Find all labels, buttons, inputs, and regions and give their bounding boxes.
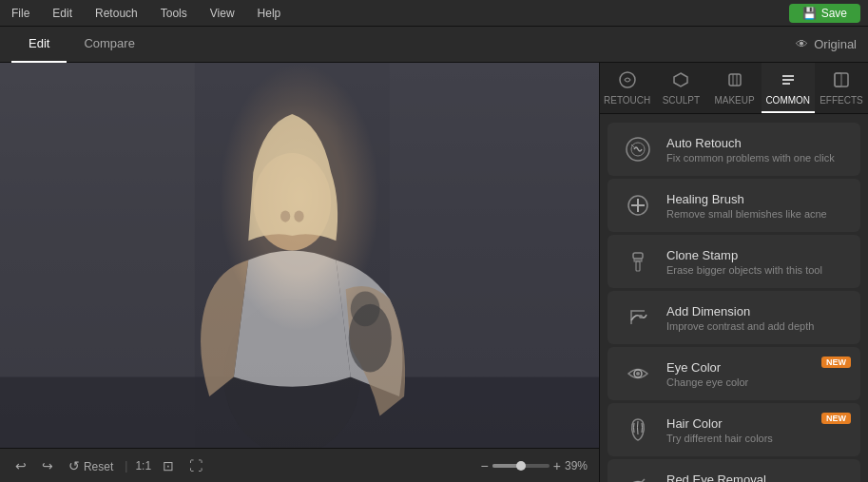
add-dimension-desc: Improve contrast and add depth (666, 320, 847, 332)
clone-stamp-text: Clone Stamp Erase bigger objects with th… (666, 248, 847, 276)
main-area: ↩ ↪ ↺ Reset | 1:1 ⊡ ⛶ − + 39% (0, 63, 868, 482)
eye-color-name: Eye Color (666, 360, 847, 375)
auto-retouch-name: Auto Retouch (666, 136, 847, 150)
tab-edit[interactable]: Edit (11, 27, 67, 63)
fullscreen-button[interactable]: ⛶ (185, 456, 206, 475)
auto-retouch-desc: Fix common problems with one click (666, 152, 847, 164)
eye-color-text: Eye Color Change eye color (666, 360, 847, 388)
sculpt-icon (671, 70, 690, 92)
tab-sculpt-label: SCULPT (663, 95, 700, 106)
auto-retouch-icon (621, 132, 655, 166)
svg-point-28 (639, 315, 643, 318)
healing-brush-icon (621, 188, 655, 222)
auto-retouch-text: Auto Retouch Fix common problems with on… (666, 136, 847, 164)
healing-brush-text: Healing Brush Remove small blemishes lik… (666, 192, 847, 220)
svg-point-7 (351, 291, 380, 326)
effects-icon (832, 70, 851, 92)
tab-effects-label: EFFECTS (820, 95, 863, 106)
red-eye-text: Red Eye Removal Get rid of red eye effec… (666, 472, 847, 483)
tab-makeup[interactable]: MAKEUP (707, 63, 761, 113)
right-panel: RETOUCH SCULPT MAKEUP COMMON (599, 63, 868, 482)
svg-rect-12 (729, 74, 741, 86)
menu-view[interactable]: View (206, 5, 239, 22)
reset-button[interactable]: ↺ Reset (65, 456, 117, 475)
tab-retouch-label: RETOUCH (604, 95, 650, 106)
eye-color-new-badge: NEW (821, 357, 851, 368)
zoom-controls: − + 39% (481, 458, 588, 473)
hair-color-desc: Try different hair colors (666, 433, 847, 444)
add-dimension-text: Add Dimension Improve contrast and add d… (666, 304, 847, 332)
menu-help[interactable]: Help (254, 5, 285, 22)
zoom-in-button[interactable]: + (553, 458, 561, 473)
tab-common-label: COMMON (765, 95, 810, 106)
svg-rect-27 (636, 261, 640, 271)
menu-tools[interactable]: Tools (157, 5, 191, 22)
svg-point-9 (280, 210, 290, 222)
zoom-ratio: 1:1 (135, 459, 151, 472)
original-button[interactable]: 👁 Original (796, 37, 857, 51)
svg-rect-25 (633, 253, 643, 259)
tab-makeup-label: MAKEUP (714, 95, 754, 106)
add-dimension-icon (621, 300, 655, 335)
tool-list: Auto Retouch Fix common problems with on… (600, 114, 868, 482)
tool-hair-color[interactable]: Hair Color Try different hair colors NEW (608, 403, 860, 456)
tool-add-dimension[interactable]: Add Dimension Improve contrast and add d… (608, 291, 860, 344)
clone-stamp-name: Clone Stamp (666, 248, 847, 262)
crop-button[interactable]: ⊡ (159, 456, 178, 475)
eye-icon: 👁 (796, 37, 808, 51)
canvas-bottom-bar: ↩ ↪ ↺ Reset | 1:1 ⊡ ⛶ − + 39% (0, 448, 599, 482)
tab-common[interactable]: COMMON (762, 63, 815, 113)
hair-color-icon (621, 413, 655, 447)
makeup-icon (725, 70, 744, 92)
eye-color-icon (621, 357, 655, 391)
menu-edit[interactable]: Edit (48, 5, 76, 22)
tool-healing-brush[interactable]: Healing Brush Remove small blemishes lik… (608, 179, 860, 232)
save-icon: 💾 (802, 7, 817, 20)
canvas-area: ↩ ↪ ↺ Reset | 1:1 ⊡ ⛶ − + 39% (0, 63, 599, 482)
healing-brush-name: Healing Brush (666, 192, 847, 206)
svg-point-10 (620, 72, 635, 87)
svg-point-30 (636, 372, 640, 376)
tool-eye-color[interactable]: Eye Color Change eye color NEW (608, 347, 860, 400)
hair-color-new-badge: NEW (821, 413, 851, 424)
clone-stamp-desc: Erase bigger objects with this tool (666, 264, 847, 276)
zoom-percent: 39% (565, 459, 588, 472)
zoom-slider[interactable] (492, 464, 550, 468)
red-eye-name: Red Eye Removal (666, 472, 847, 483)
svg-rect-19 (835, 73, 841, 87)
separator: | (125, 459, 127, 472)
svg-point-8 (294, 210, 303, 222)
tab-retouch[interactable]: RETOUCH (600, 63, 654, 113)
hair-color-text: Hair Color Try different hair colors (666, 416, 847, 444)
common-icon (779, 70, 798, 92)
tab-compare[interactable]: Compare (67, 27, 151, 63)
healing-brush-desc: Remove small blemishes like acne (666, 208, 847, 220)
undo-button[interactable]: ↩ (11, 456, 30, 475)
menu-file[interactable]: File (8, 5, 33, 22)
hair-color-name: Hair Color (666, 416, 847, 431)
menu-bar: File Edit Retouch Tools View Help 💾 Save (0, 0, 868, 27)
zoom-out-button[interactable]: − (481, 458, 489, 473)
save-button[interactable]: 💾 Save (789, 4, 860, 23)
canvas-image[interactable] (0, 63, 599, 448)
tab-effects[interactable]: EFFECTS (815, 63, 868, 113)
svg-marker-11 (674, 73, 687, 87)
eye-color-desc: Change eye color (666, 376, 847, 388)
reset-icon: ↺ (68, 458, 80, 473)
tool-auto-retouch[interactable]: Auto Retouch Fix common problems with on… (608, 123, 860, 176)
tool-red-eye[interactable]: Red Eye Removal Get rid of red eye effec… (608, 459, 860, 482)
tab-sculpt[interactable]: SCULPT (654, 63, 707, 113)
red-eye-icon (621, 469, 655, 482)
menu-retouch[interactable]: Retouch (91, 5, 142, 22)
tool-clone-stamp[interactable]: Clone Stamp Erase bigger objects with th… (608, 235, 860, 288)
retouch-icon (618, 70, 637, 92)
redo-button[interactable]: ↪ (38, 456, 57, 475)
add-dimension-name: Add Dimension (666, 304, 847, 318)
tool-tabs: RETOUCH SCULPT MAKEUP COMMON (600, 63, 868, 114)
clone-stamp-icon (621, 244, 655, 279)
edit-bar: Edit Compare 👁 Original (0, 27, 868, 63)
